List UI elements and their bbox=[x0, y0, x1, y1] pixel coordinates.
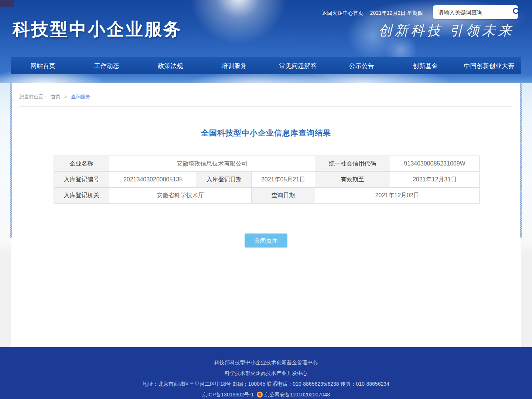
value-registration-authority: 安徽省科学技术厅 bbox=[109, 188, 252, 204]
value-registration-number: 202134030200005135 bbox=[109, 172, 197, 188]
footer-org-line-2: 科学技术部火炬高技术产业开发中心 bbox=[0, 368, 532, 379]
public-security-record-link[interactable]: 京公网安备11010202007048 bbox=[264, 392, 330, 398]
footer-org-line-1: 科技部科技型中小企业技术创新基金管理中心 bbox=[0, 357, 532, 368]
label-query-date: 查询日期 bbox=[252, 188, 315, 204]
nav-item-faq[interactable]: 常见问题解答 bbox=[266, 57, 330, 74]
torch-center-home-link[interactable]: 返回火炬中心首页 bbox=[322, 10, 364, 17]
button-row: 关闭页面 bbox=[11, 233, 521, 248]
breadcrumb-current-link[interactable]: 查询服务 bbox=[71, 94, 90, 99]
label-registration-number: 入库登记编号 bbox=[54, 172, 109, 188]
label-registration-date: 入库登记日期 bbox=[197, 172, 252, 188]
footer-legal-line: 京ICP备13019302号-1京公网安备11010202007048 bbox=[0, 389, 532, 399]
search-input[interactable] bbox=[437, 9, 512, 16]
breadcrumb-label: 您当前位置： bbox=[19, 94, 48, 99]
breadcrumb-home-link[interactable]: 首页 bbox=[51, 94, 61, 99]
search-button[interactable] bbox=[512, 7, 521, 17]
main-nav: 网站首页 工作动态 政策法规 培训服务 常见问题解答 公示公告 创新基金 中国创… bbox=[11, 57, 521, 74]
table-row: 入库登记机关 安徽省科学技术厅 查询日期 2021年12月02日 bbox=[54, 188, 480, 204]
page: 科技型中小企业服务 创新科技 引领未来 返回火炬中心首页 2021年12月2日 … bbox=[0, 0, 532, 399]
table-row: 企业名称 安徽塔孜信息技术有限公司 统一社会信用代码 9134030008523… bbox=[54, 156, 480, 172]
nav-item-announcements[interactable]: 公示公告 bbox=[330, 57, 394, 74]
site-title: 科技型中小企业服务 bbox=[13, 18, 182, 41]
topbar: 返回火炬中心首页 2021年12月2日 星期四 bbox=[322, 10, 423, 17]
search-box[interactable] bbox=[433, 5, 518, 19]
public-security-badge-icon bbox=[257, 392, 263, 398]
close-page-button[interactable]: 关闭页面 bbox=[245, 233, 287, 248]
corner-artifact bbox=[0, 0, 14, 7]
label-company-name: 企业名称 bbox=[54, 156, 109, 172]
footer: 科技部科技型中小企业技术创新基金管理中心 科学技术部火炬高技术产业开发中心 地址… bbox=[0, 347, 532, 399]
breadcrumb-separator: > bbox=[64, 94, 67, 99]
label-valid-until: 有效期至 bbox=[315, 172, 390, 188]
value-valid-until: 2021年12月31日 bbox=[390, 172, 480, 188]
value-registration-date: 2021年05月21日 bbox=[252, 172, 315, 188]
site-slogan: 创新科技 引领未来 bbox=[378, 21, 514, 40]
nav-item-policies[interactable]: 政策法规 bbox=[139, 57, 202, 74]
footer-address-line: 地址：北京市西城区三里河二区甲18号 邮编：100045 联系电话：010-88… bbox=[0, 379, 532, 389]
label-registration-authority: 入库登记机关 bbox=[54, 188, 109, 204]
nav-item-innovation-fund[interactable]: 创新基金 bbox=[393, 57, 457, 74]
nav-item-training[interactable]: 培训服务 bbox=[202, 57, 266, 74]
table-row: 入库登记编号 202134030200005135 入库登记日期 2021年05… bbox=[54, 172, 480, 188]
content-panel: 您当前位置： 首页 > 查询服务 全国科技型中小企业信息库查询结果 企业名称 安… bbox=[11, 83, 521, 347]
page-title: 全国科技型中小企业信息库查询结果 bbox=[11, 128, 521, 138]
current-date: 2021年12月2日 星期四 bbox=[370, 10, 423, 17]
search-icon bbox=[512, 7, 521, 17]
value-credit-code: 91340300085231069W bbox=[390, 156, 480, 172]
nav-item-competition[interactable]: 中国创新创业大赛 bbox=[457, 57, 521, 74]
nav-item-home[interactable]: 网站首页 bbox=[11, 57, 75, 74]
nav-item-work-news[interactable]: 工作动态 bbox=[75, 57, 139, 74]
label-credit-code: 统一社会信用代码 bbox=[315, 156, 390, 172]
value-company-name: 安徽塔孜信息技术有限公司 bbox=[109, 156, 315, 172]
value-query-date: 2021年12月02日 bbox=[315, 188, 480, 204]
breadcrumb: 您当前位置： 首页 > 查询服务 bbox=[19, 83, 513, 107]
icp-record-link[interactable]: 京ICP备13019302号-1 bbox=[202, 392, 254, 398]
query-result-table: 企业名称 安徽塔孜信息技术有限公司 统一社会信用代码 9134030008523… bbox=[54, 156, 480, 204]
